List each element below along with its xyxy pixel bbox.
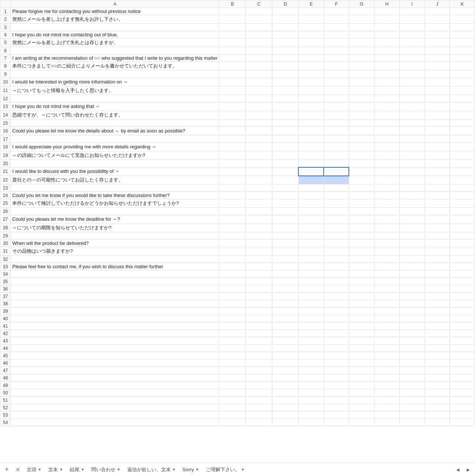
cell-a51[interactable]	[11, 397, 219, 404]
cell-d10[interactable]	[272, 78, 298, 86]
cell-e16[interactable]	[298, 127, 324, 135]
cell-a2[interactable]: 突然にメールを差し上げます無礼をお許し下さい。	[11, 15, 219, 24]
cell-f4[interactable]	[324, 31, 349, 39]
cell-a26[interactable]	[11, 208, 219, 215]
cell-c20[interactable]	[246, 160, 272, 167]
cell-e32[interactable]	[298, 256, 324, 263]
sheet-tab-0[interactable]: 文頭▼	[24, 464, 45, 475]
cell-a29[interactable]	[11, 232, 219, 240]
cell-d52[interactable]	[272, 404, 298, 411]
cell-d27[interactable]	[272, 215, 298, 224]
cell-h43[interactable]	[374, 337, 400, 345]
cell-c54[interactable]	[246, 419, 272, 426]
cell-k30[interactable]	[450, 240, 475, 247]
cell-i45[interactable]	[399, 352, 425, 360]
cell-c9[interactable]	[246, 70, 272, 78]
cell-h2[interactable]	[374, 15, 400, 24]
cell-g45[interactable]	[349, 352, 374, 360]
cell-j46[interactable]	[425, 360, 450, 367]
cell-i23[interactable]	[399, 184, 425, 192]
cell-h16[interactable]	[374, 127, 400, 135]
cell-k5[interactable]	[450, 39, 475, 47]
cell-h17[interactable]	[374, 135, 400, 143]
cell-h23[interactable]	[374, 184, 400, 192]
cell-j37[interactable]	[425, 293, 450, 300]
cell-c21[interactable]	[246, 167, 272, 176]
cell-c37[interactable]	[246, 293, 272, 300]
nav-next-button[interactable]: ►	[463, 464, 474, 475]
cell-e44[interactable]	[298, 345, 324, 352]
cell-f34[interactable]	[324, 270, 349, 278]
cell-j26[interactable]	[425, 208, 450, 215]
cell-f6[interactable]	[324, 47, 349, 55]
cell-a27[interactable]: Could you pleaes let me know the deadlin…	[11, 215, 219, 224]
cell-g12[interactable]	[349, 95, 374, 102]
cell-d49[interactable]	[272, 382, 298, 389]
cell-i43[interactable]	[399, 337, 425, 345]
cell-g18[interactable]	[349, 143, 374, 151]
cell-k2[interactable]	[450, 15, 475, 24]
cell-i50[interactable]	[399, 389, 425, 397]
cell-e2[interactable]	[298, 15, 324, 24]
cell-h45[interactable]	[374, 352, 400, 360]
cell-g15[interactable]	[349, 119, 374, 127]
cell-a10[interactable]: I would be interested in getting more in…	[11, 78, 219, 86]
cell-j24[interactable]	[425, 192, 450, 199]
cell-c8[interactable]	[246, 62, 272, 70]
cell-e20[interactable]	[298, 160, 324, 167]
cell-i37[interactable]	[399, 293, 425, 300]
cell-d26[interactable]	[272, 208, 298, 215]
cell-f29[interactable]	[324, 232, 349, 240]
cell-g54[interactable]	[349, 419, 374, 426]
cell-f37[interactable]	[324, 293, 349, 300]
cell-j51[interactable]	[425, 397, 450, 404]
cell-g48[interactable]	[349, 374, 374, 382]
cell-h39[interactable]	[374, 308, 400, 315]
cell-a8[interactable]: 本件につきまして○○のご紹介によりメールを書かせていただいております。	[11, 62, 219, 70]
cell-d21[interactable]	[272, 167, 298, 176]
cell-c6[interactable]	[246, 47, 272, 55]
cell-j34[interactable]	[425, 270, 450, 278]
cell-c24[interactable]	[246, 192, 272, 199]
cell-i11[interactable]	[399, 86, 425, 95]
cell-g25[interactable]	[349, 199, 374, 208]
cell-h3[interactable]	[374, 24, 400, 31]
cell-j53[interactable]	[425, 411, 450, 419]
cell-j32[interactable]	[425, 256, 450, 263]
cell-f40[interactable]	[324, 315, 349, 322]
cell-e24[interactable]	[298, 192, 324, 199]
cell-d6[interactable]	[272, 47, 298, 55]
col-header-E[interactable]: E	[298, 0, 324, 8]
cell-i19[interactable]	[399, 151, 425, 160]
cell-g38[interactable]	[349, 300, 374, 308]
cell-b20[interactable]	[219, 160, 246, 167]
cell-e4[interactable]	[298, 31, 324, 39]
cell-c32[interactable]	[246, 256, 272, 263]
cell-g36[interactable]	[349, 285, 374, 293]
cell-e28[interactable]	[298, 224, 324, 232]
cell-h27[interactable]	[374, 215, 400, 224]
cell-f9[interactable]	[324, 70, 349, 78]
cell-i21[interactable]	[399, 167, 425, 176]
cell-j12[interactable]	[425, 95, 450, 102]
cell-e37[interactable]	[298, 293, 324, 300]
cell-g20[interactable]	[349, 160, 374, 167]
cell-i44[interactable]	[399, 345, 425, 352]
cell-g39[interactable]	[349, 308, 374, 315]
cell-k3[interactable]	[450, 24, 475, 31]
cell-c22[interactable]	[246, 176, 272, 184]
cell-a14[interactable]: 恐縮ですが、～について問い合わせたく存じます。	[11, 111, 219, 119]
cell-i40[interactable]	[399, 315, 425, 322]
cell-j36[interactable]	[425, 285, 450, 293]
cell-c5[interactable]	[246, 39, 272, 47]
cell-f25[interactable]	[324, 199, 349, 208]
cell-d50[interactable]	[272, 389, 298, 397]
cell-h5[interactable]	[374, 39, 400, 47]
cell-e27[interactable]	[298, 215, 324, 224]
cell-h32[interactable]	[374, 256, 400, 263]
cell-i6[interactable]	[399, 47, 425, 55]
cell-e23[interactable]	[298, 184, 324, 192]
cell-k19[interactable]	[450, 151, 475, 160]
cell-h48[interactable]	[374, 374, 400, 382]
cell-i8[interactable]	[399, 62, 425, 70]
